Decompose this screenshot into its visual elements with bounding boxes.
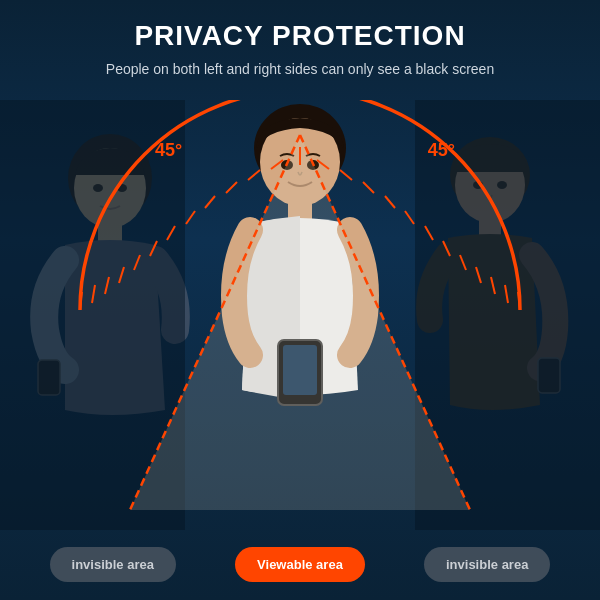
invisible-area-left-badge: invisible area	[50, 547, 176, 582]
main-container: PRIVACY PROTECTION People on both left a…	[0, 0, 600, 600]
header: PRIVACY PROTECTION People on both left a…	[0, 0, 600, 88]
svg-line-26	[134, 255, 140, 270]
invisible-area-right-badge: invisible area	[424, 547, 550, 582]
page-subtitle: People on both left and right sides can …	[0, 60, 600, 80]
svg-line-38	[385, 196, 395, 208]
svg-line-25	[119, 267, 124, 283]
svg-line-31	[226, 182, 237, 193]
svg-line-36	[340, 170, 352, 180]
svg-line-42	[460, 255, 466, 270]
svg-line-32	[248, 170, 260, 180]
svg-line-43	[476, 267, 481, 283]
badges-container: invisible area Viewable area invisible a…	[0, 547, 600, 582]
viewable-area-badge: Viewable area	[235, 547, 365, 582]
svg-line-45	[505, 285, 508, 303]
svg-line-24	[105, 277, 109, 294]
angle-right-label: 45°	[428, 140, 455, 161]
svg-line-30	[205, 196, 215, 208]
page-title: PRIVACY PROTECTION	[0, 20, 600, 52]
svg-line-23	[92, 285, 95, 303]
angle-left-label: 45°	[155, 140, 182, 161]
arc-container: // Generated as static SVG ticks	[60, 100, 540, 340]
svg-line-27	[150, 241, 157, 256]
svg-line-40	[425, 226, 433, 240]
svg-line-41	[443, 241, 450, 256]
arc-svg: // Generated as static SVG ticks	[60, 100, 540, 340]
svg-line-35	[317, 160, 329, 169]
svg-line-29	[186, 211, 195, 224]
svg-rect-16	[283, 345, 317, 395]
svg-line-39	[405, 211, 414, 224]
svg-line-28	[167, 226, 175, 240]
svg-line-37	[363, 182, 374, 193]
svg-line-44	[491, 277, 495, 294]
svg-line-33	[271, 160, 283, 169]
